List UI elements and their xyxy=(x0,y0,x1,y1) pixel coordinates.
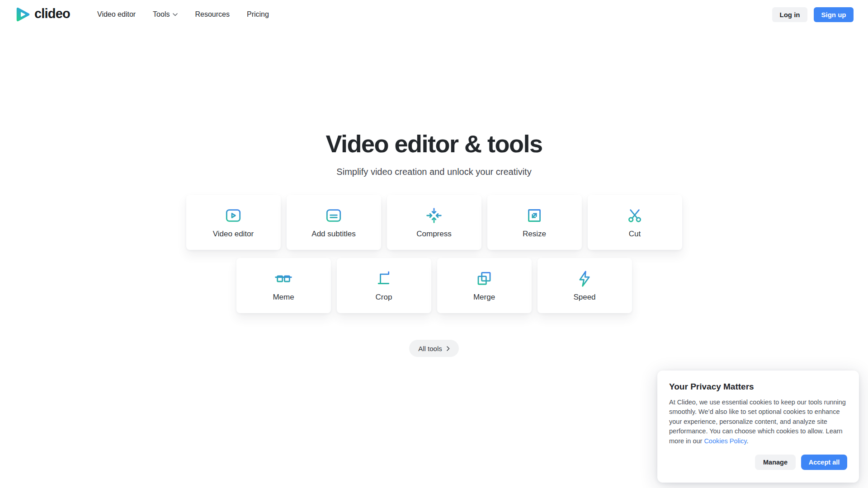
login-button[interactable]: Log in xyxy=(772,7,807,22)
tool-card-crop[interactable]: Crop xyxy=(337,258,431,313)
tool-label: Merge xyxy=(473,293,495,302)
cookie-dialog-actions: Manage Accept all xyxy=(669,455,847,470)
main-content: Video editor & tools Simplify video crea… xyxy=(0,130,868,357)
lightning-icon xyxy=(576,270,594,288)
tool-label: Meme xyxy=(273,293,294,302)
cookie-consent-dialog: Your Privacy Matters At Clideo, we use e… xyxy=(657,371,859,483)
page-title: Video editor & tools xyxy=(0,130,868,157)
cookie-dialog-title: Your Privacy Matters xyxy=(669,382,847,392)
signup-button[interactable]: Sign up xyxy=(814,7,854,22)
tool-card-video-editor[interactable]: Video editor xyxy=(186,195,281,250)
tool-label: Resize xyxy=(523,230,546,239)
tool-label: Compress xyxy=(416,230,451,239)
tool-card-add-subtitles[interactable]: Add subtitles xyxy=(287,195,381,250)
tool-card-meme[interactable]: Meme xyxy=(236,258,331,313)
resize-icon xyxy=(525,206,543,225)
brand-logo[interactable]: clideo xyxy=(14,6,70,23)
tool-label: Video editor xyxy=(213,230,254,239)
video-editor-icon xyxy=(224,206,242,225)
tool-card-cut[interactable]: Cut xyxy=(588,195,682,250)
main-nav: Video editor Tools Resources Pricing xyxy=(97,10,269,19)
compress-arrows-icon xyxy=(425,206,443,225)
nav-item-pricing[interactable]: Pricing xyxy=(247,10,269,19)
tool-card-compress[interactable]: Compress xyxy=(387,195,481,250)
nav-item-resources[interactable]: Resources xyxy=(195,10,229,19)
cookie-body-suffix: . xyxy=(746,437,748,445)
page-subtitle: Simplify video creation and unlock your … xyxy=(0,165,868,178)
accept-all-cookies-button[interactable]: Accept all xyxy=(801,455,847,470)
chevron-right-icon xyxy=(447,346,450,351)
nav-item-video-editor[interactable]: Video editor xyxy=(97,10,136,19)
tool-cards-row-1: Video editor Add subtitles Compress xyxy=(0,195,868,250)
cookie-dialog-body: At Clideo, we use essential cookies to k… xyxy=(669,398,847,446)
all-tools-wrap: All tools xyxy=(0,340,868,357)
tool-card-resize[interactable]: Resize xyxy=(487,195,582,250)
chevron-down-icon xyxy=(173,13,178,16)
scissors-icon xyxy=(626,206,644,225)
tool-label: Speed xyxy=(573,293,595,302)
cookie-body-text: At Clideo, we use essential cookies to k… xyxy=(669,399,846,445)
tool-label: Cut xyxy=(629,230,641,239)
tool-label: Crop xyxy=(376,293,392,302)
meme-frames-icon xyxy=(274,270,292,288)
brand-name: clideo xyxy=(34,7,70,22)
subtitles-icon xyxy=(325,206,343,225)
cookies-policy-link[interactable]: Cookies Policy xyxy=(704,437,746,445)
navbar: clideo Video editor Tools Resources Pric… xyxy=(0,0,868,29)
manage-cookies-button[interactable]: Manage xyxy=(755,455,796,470)
tool-card-speed[interactable]: Speed xyxy=(538,258,632,313)
tool-card-merge[interactable]: Merge xyxy=(437,258,532,313)
merge-icon xyxy=(475,270,493,288)
play-logo-icon xyxy=(14,6,31,23)
all-tools-button[interactable]: All tools xyxy=(409,340,459,357)
navbar-actions: Log in Sign up xyxy=(772,7,854,22)
crop-icon xyxy=(375,270,393,288)
nav-item-tools[interactable]: Tools xyxy=(153,10,178,19)
tool-label: Add subtitles xyxy=(311,230,355,239)
tool-cards-row-2: Meme Crop Merge xyxy=(0,258,868,313)
